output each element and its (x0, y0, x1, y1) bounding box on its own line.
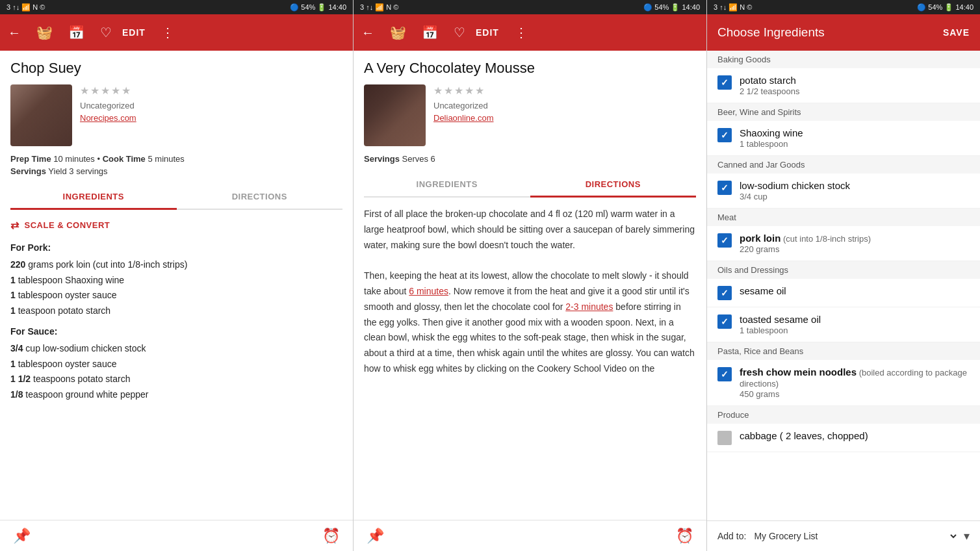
edit-button-1[interactable]: EDIT (122, 27, 146, 38)
status-left-2: 3 ↑↓ 📶 N © (360, 3, 398, 12)
ing-info: toasted sesame oil 1 tablespoon (740, 314, 821, 335)
recipe-meta-2: ★★★★★ Uncategorized Deliaonline.com (433, 84, 494, 146)
servings-info-2: Servings Serves 6 (364, 154, 696, 164)
checkbox-shaoxing-wine[interactable]: ✓ (717, 128, 732, 142)
add-to-label: Add to: (717, 531, 746, 541)
ing-info: Shaoxing wine 1 tablespoon (740, 127, 803, 149)
status-left-3: 3 ↑↓ 📶 N © (714, 3, 752, 12)
tab-ingredients-1[interactable]: INGREDIENTS (10, 185, 177, 210)
choose-header-title: Choose Ingredients (717, 25, 825, 40)
ing-name: Shaoxing wine (740, 127, 803, 138)
pin-icon-1[interactable]: 📌 (13, 528, 31, 545)
thumbnail-image-1 (10, 84, 72, 146)
ing-name: sesame oil (740, 285, 786, 296)
more-icon-2[interactable]: ⋮ (515, 25, 528, 40)
basket-icon-1[interactable]: 🧺 (36, 25, 53, 40)
checkbox-toasted-sesame-oil[interactable]: ✓ (717, 314, 732, 329)
status-right-1: 🔵 54% 🔋 14:40 (290, 3, 346, 12)
status-bar-2: 3 ↑↓ 📶 N © 🔵 54% 🔋 14:40 (354, 0, 706, 14)
bottom-bar-2: 📌 ⏰ (354, 520, 706, 551)
category-canned-jar: Canned and Jar Goods (707, 156, 980, 173)
scale-convert-label: SCALE & CONVERT (25, 220, 110, 230)
dropdown-arrow-icon: ▾ (964, 529, 970, 543)
ing-name: toasted sesame oil (740, 314, 821, 325)
tab-ingredients-2[interactable]: INGREDIENTS (364, 173, 530, 198)
list-item: ✓ fresh chow mein noodles (boiled accord… (707, 360, 980, 406)
more-icon-1[interactable]: ⋮ (161, 25, 174, 40)
content-1: Chop Suey ★★★★★ Uncategorized Norecipes.… (0, 51, 353, 520)
checkbox-chow-mein[interactable]: ✓ (717, 367, 732, 381)
calendar-icon-1[interactable]: 📅 (68, 25, 84, 40)
list-item: ✓ toasted sesame oil 1 tablespoon (707, 307, 980, 342)
ing-info: low-sodium chicken stock 3/4 cup (740, 180, 850, 201)
back-icon-1[interactable]: ← (8, 25, 21, 40)
ing-amount: 1 tablespoon (740, 139, 803, 149)
ing-amount: 2 1/2 teaspoons (740, 86, 800, 96)
source-link-1[interactable]: Norecipes.com (80, 113, 136, 123)
category-produce: Produce (707, 406, 980, 424)
alarm-icon-2[interactable]: ⏰ (676, 528, 693, 545)
recipe-meta-1: ★★★★★ Uncategorized Norecipes.com (80, 84, 136, 146)
tabs-2: INGREDIENTS DIRECTIONS (364, 173, 696, 198)
ing-amount: 1 tablespoon (740, 326, 821, 335)
category-oils: Oils and Dressings (707, 261, 980, 279)
list-item: ✓ potato starch 2 1/2 teaspoons (707, 68, 980, 103)
basket-icon-2[interactable]: 🧺 (390, 25, 406, 40)
pin-icon-2[interactable]: 📌 (367, 528, 384, 545)
ing-info: cabbage ( 2 leaves, chopped) (740, 430, 868, 442)
status-right-2: 🔵 54% 🔋 14:40 (643, 3, 700, 12)
app-bar-1: ← 🧺 📅 ♡ EDIT ⋮ (0, 14, 353, 51)
heart-icon-2[interactable]: ♡ (454, 25, 465, 40)
scale-convert-1[interactable]: ⇄ SCALE & CONVERT (10, 219, 342, 231)
ing-info: sesame oil (740, 285, 786, 297)
choose-header: Choose Ingredients SAVE (707, 14, 980, 51)
checkbox-cabbage[interactable] (717, 431, 732, 445)
recipe-thumbnail-2 (364, 84, 426, 146)
tab-directions-2[interactable]: DIRECTIONS (530, 173, 697, 198)
servings-label-2: Servings (364, 154, 400, 164)
content-2: A Very Chocolatey Mousse ★★★★★ Uncategor… (354, 51, 706, 520)
category-2: Uncategorized (433, 101, 494, 110)
servings-info-1: Servings Yield 3 servings (10, 166, 342, 176)
category-baking-goods: Baking Goods (707, 51, 980, 68)
ing-name: potato starch (740, 75, 800, 86)
recipe-thumbnail-1 (10, 84, 72, 146)
save-button[interactable]: SAVE (943, 27, 970, 38)
ing-name: fresh chow mein noodles (boiled accordin… (740, 366, 970, 389)
cook-label: Cook Time (103, 154, 146, 164)
ing-amount: 450 grams (740, 389, 970, 399)
link-6-minutes[interactable]: 6 minutes (409, 286, 448, 296)
tab-directions-1[interactable]: DIRECTIONS (177, 185, 343, 210)
ingredient-8: 1/8 teaspoon ground white pepper (10, 387, 342, 403)
status-left-1: 3 ↑↓ 📶 N © (6, 3, 45, 12)
ing-amount: 3/4 cup (740, 192, 850, 201)
ing-name: cabbage ( 2 leaves, chopped) (740, 430, 868, 441)
link-2-3-minutes[interactable]: 2-3 minutes (565, 301, 613, 312)
source-link-2[interactable]: Deliaonline.com (433, 113, 494, 123)
prep-label: Prep Time (10, 154, 51, 164)
list-item: ✓ pork loin (cut into 1/8-inch strips) 2… (707, 226, 980, 261)
ingredients-section-1: For Pork: 220 grams pork loin (cut into … (10, 240, 342, 403)
heart-icon-1[interactable]: ♡ (100, 25, 112, 40)
panel-chop-suey: 3 ↑↓ 📶 N © 🔵 54% 🔋 14:40 ← 🧺 📅 ♡ EDIT ⋮ … (0, 0, 354, 551)
add-grocery-bar: Add to: My Grocery List ▾ (707, 520, 980, 551)
checkbox-pork-loin[interactable]: ✓ (717, 233, 732, 248)
edit-button-2[interactable]: EDIT (476, 27, 499, 38)
checkbox-sesame-oil[interactable]: ✓ (717, 286, 732, 300)
status-right-3: 🔵 54% 🔋 14:40 (917, 3, 974, 12)
back-icon-2[interactable]: ← (361, 25, 374, 40)
recipe-header-1: ★★★★★ Uncategorized Norecipes.com (10, 84, 342, 146)
calendar-icon-2[interactable]: 📅 (422, 25, 438, 40)
list-item: ✓ Shaoxing wine 1 tablespoon (707, 121, 980, 156)
ingredient-1: 220 grams pork loin (cut into 1/8-inch s… (10, 257, 342, 273)
ingredients-list: Baking Goods ✓ potato starch 2 1/2 teasp… (707, 51, 980, 520)
ingredient-5: 3/4 cup low-sodium chicken stock (10, 341, 342, 357)
ingredient-4: 1 teaspoon potato starch (10, 303, 342, 319)
ing-name: pork loin (cut into 1/8-inch strips) (740, 233, 871, 244)
pork-section-label: For Pork: (10, 240, 342, 256)
ing-name: low-sodium chicken stock (740, 180, 850, 191)
alarm-icon-1[interactable]: ⏰ (322, 528, 340, 545)
checkbox-chicken-stock[interactable]: ✓ (717, 181, 732, 195)
checkbox-potato-starch[interactable]: ✓ (717, 75, 732, 90)
grocery-list-select[interactable]: My Grocery List (751, 530, 959, 542)
